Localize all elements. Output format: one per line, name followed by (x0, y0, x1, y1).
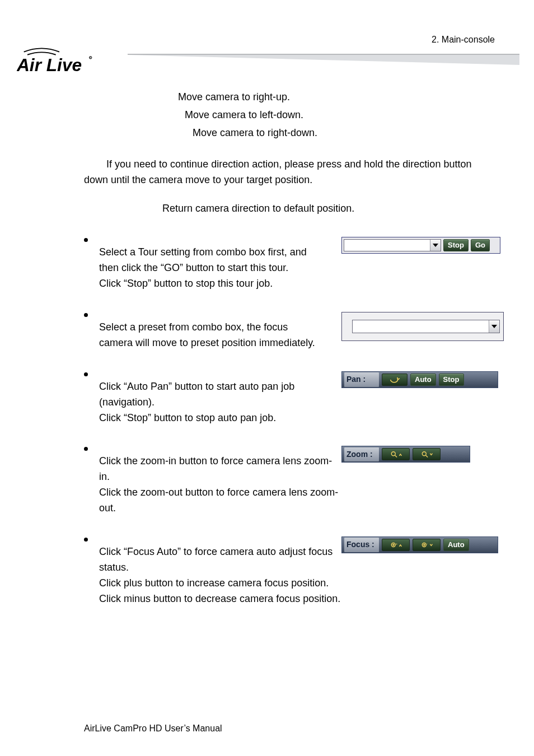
zoom-text: Click the zoom-in button to force camera… (99, 446, 341, 516)
svg-text:+: + (396, 542, 397, 545)
pan-widget: Pan : Auto Stop (341, 371, 498, 388)
tour-go-button[interactable]: Go (471, 239, 490, 251)
focus-auto-button[interactable]: Auto (443, 539, 469, 551)
return-default-text: Return camera direction to default posit… (162, 201, 354, 217)
header-rule (128, 54, 519, 80)
dir-right-up-text: Move camera to right-up. (178, 90, 290, 105)
zoom-in-button[interactable] (382, 448, 410, 460)
svg-point-5 (422, 452, 426, 456)
focus-plus-button[interactable]: + (382, 539, 410, 551)
svg-text:Air Live: Air Live (17, 55, 82, 75)
focus-minus-button[interactable]: - (413, 539, 441, 551)
tour-combo[interactable] (344, 239, 441, 251)
pan-text: Click “Auto Pan” button to start auto pa… (99, 371, 323, 426)
dir-left-down-text: Move camera to left-down. (185, 108, 303, 123)
breadcrumb: 2. Main-console (432, 35, 495, 45)
tour-stop-button[interactable]: Stop (443, 239, 469, 251)
preset-widget (341, 312, 504, 341)
bullet-icon (84, 538, 88, 542)
focus-label: Focus : (344, 538, 379, 552)
bullet-icon (84, 238, 88, 242)
focus-text: Click “Focus Auto” to force camera auto … (99, 536, 341, 607)
tour-widget: Stop Go (341, 237, 500, 254)
footer-text: AirLive CamPro HD User’s Manual (84, 724, 222, 734)
chevron-down-icon[interactable] (430, 240, 441, 251)
pan-stop-button[interactable]: Stop (439, 374, 464, 386)
pan-auto-button[interactable]: Auto (410, 374, 436, 386)
bullet-icon (84, 313, 88, 317)
chevron-down-icon[interactable] (489, 320, 499, 333)
pan-nav-icon[interactable] (382, 374, 407, 386)
zoom-widget: Zoom : (341, 446, 470, 463)
brand-logo: Air Live R (17, 43, 123, 78)
dir-right-down-text: Move camera to right-down. (193, 125, 317, 141)
focus-widget: Focus : + (341, 536, 498, 553)
svg-point-3 (391, 452, 395, 456)
zoom-label: Zoom : (344, 447, 379, 462)
tour-text: Select a Tour setting from combo box fir… (99, 237, 323, 292)
svg-text:-: - (427, 542, 428, 545)
bullet-icon (84, 372, 88, 376)
preset-text: Select a preset from combo box, the focu… (99, 312, 323, 351)
continue-note: If you need to continue direction action… (84, 157, 487, 188)
svg-text:R: R (90, 57, 91, 59)
bullet-icon (84, 447, 88, 451)
zoom-out-button[interactable] (413, 448, 441, 460)
pan-label: Pan : (344, 372, 379, 387)
preset-combo[interactable] (352, 320, 500, 333)
svg-line-6 (426, 456, 428, 458)
svg-line-4 (395, 456, 397, 458)
